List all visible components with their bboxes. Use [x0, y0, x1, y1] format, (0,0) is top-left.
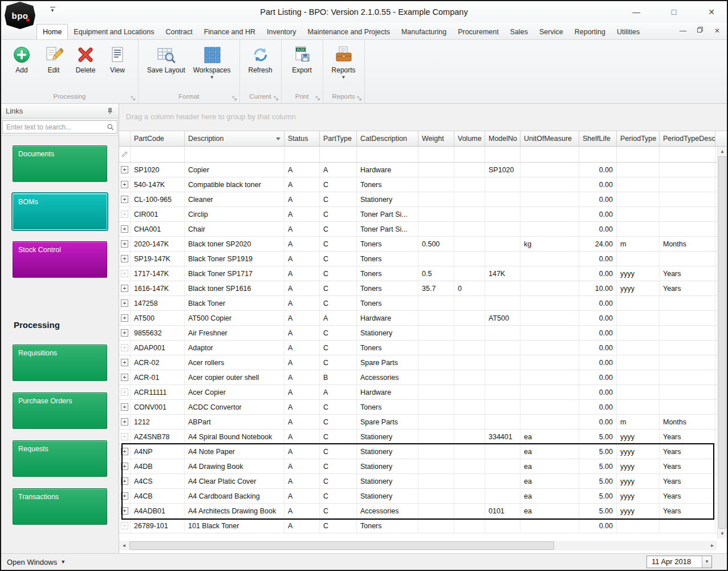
table-row-a4np[interactable]: +A4NPA4 Note PaperACStationeryea5.00yyyy…: [119, 444, 717, 459]
export-button[interactable]: XLSXExport: [286, 42, 318, 92]
column-header-partcode[interactable]: PartCode: [131, 131, 185, 146]
filter-cell-weight[interactable]: [418, 147, 454, 162]
table-row-sp19-147k[interactable]: +SP19-147KBlack Toner SP1919ACToners0.00: [119, 252, 717, 266]
column-header-volume[interactable]: Volume: [454, 131, 485, 146]
view-button[interactable]: View: [101, 42, 133, 92]
table-row-a4cb[interactable]: +A4CBA4 Cardboard BackingACStationeryea5…: [119, 489, 717, 504]
expand-plus-icon[interactable]: +: [121, 463, 128, 470]
expand-plus-icon[interactable]: +: [121, 196, 128, 203]
date-dropdown-icon[interactable]: ▼: [702, 556, 711, 568]
table-row-at500[interactable]: +AT500AT500 CopierAAHardwareAT5000.00: [119, 311, 717, 326]
scroll-left-button[interactable]: ◄: [119, 541, 129, 550]
search-input[interactable]: [6, 123, 107, 131]
dialog-launcher-icon[interactable]: [232, 96, 237, 101]
workspaces-button[interactable]: Workspaces▼: [189, 42, 235, 92]
expand-plus-icon[interactable]: +: [121, 166, 128, 173]
table-row-adap001[interactable]: +ADAP001AdaptorACToners0.00: [119, 341, 717, 355]
tab-procurement[interactable]: Procurement: [452, 25, 505, 39]
column-header-modelno[interactable]: ModelNo: [485, 131, 520, 146]
column-header-unitofmeasure[interactable]: UnitOfMeasure: [520, 131, 579, 146]
expand-plus-icon[interactable]: +: [121, 225, 128, 233]
sidebar-item-requests[interactable]: Requests: [13, 440, 107, 477]
sidebar-item-stock-control[interactable]: Stock Control: [13, 241, 107, 278]
table-row-cl-100-965[interactable]: +CL-100-965CleanerACStationery0.00: [119, 192, 717, 207]
delete-button[interactable]: Delete: [70, 42, 101, 92]
filter-cell-volume[interactable]: [454, 147, 485, 162]
expand-plus-icon[interactable]: +: [121, 418, 128, 426]
expand-plus-icon[interactable]: +: [121, 477, 128, 485]
scroll-right-button[interactable]: ►: [707, 541, 717, 550]
scroll-up-button[interactable]: ▲: [718, 147, 727, 156]
expand-plus-icon[interactable]: +: [121, 240, 128, 248]
table-row-acr-01[interactable]: +ACR-01Acer copier outer shellABAccessor…: [119, 370, 717, 385]
column-header-weight[interactable]: Weight: [418, 131, 454, 146]
tab-manufacturing[interactable]: Manufacturing: [396, 25, 452, 39]
sidebar-item-purchase-orders[interactable]: Purchase Orders: [13, 392, 107, 429]
date-picker[interactable]: 11 Apr 2018 ▼: [646, 556, 712, 568]
table-row-a4db[interactable]: +A4DBA4 Drawing BookACStationeryea5.00yy…: [119, 459, 717, 474]
filter-cell-status[interactable]: [284, 147, 320, 162]
expand-plus-icon[interactable]: +: [121, 285, 128, 292]
table-row-26789-101[interactable]: +26789-101101 Black TonerACToners0.00: [119, 519, 717, 533]
tab-home[interactable]: Home: [36, 24, 68, 39]
tab-contract[interactable]: Contract: [160, 25, 198, 39]
table-row-9855632[interactable]: +9855632Air FreshnerACStationery0.00: [119, 326, 717, 341]
expand-plus-icon[interactable]: +: [121, 314, 128, 322]
mdi-close-button[interactable]: ✕: [713, 27, 721, 35]
table-row-acr11111[interactable]: +ACR11111Acer CopierAAHardware0.00: [119, 385, 717, 400]
tab-sales[interactable]: Sales: [505, 25, 534, 39]
table-row-cir001[interactable]: +CIR001CirclipACToner Part Si...0.00: [119, 207, 717, 222]
vertical-scroll-thumb[interactable]: [718, 156, 726, 529]
expand-plus-icon[interactable]: +: [121, 255, 128, 262]
open-windows-button[interactable]: Open Windows ▼: [7, 558, 66, 566]
table-row-540-147k[interactable]: +540-147KCompatible black tonerACToners0…: [119, 177, 717, 192]
expand-plus-icon[interactable]: +: [121, 270, 128, 277]
column-header-catdescription[interactable]: CatDescription: [357, 131, 418, 146]
table-row-1212[interactable]: +1212ABPartACSpare Parts0.00mMonths: [119, 415, 717, 430]
tab-maintenance-and-projects[interactable]: Maintenance and Projects: [302, 25, 396, 39]
expand-plus-icon[interactable]: +: [121, 433, 128, 440]
filter-cell-catdescription[interactable]: [357, 147, 418, 162]
scroll-down-button[interactable]: ▼: [718, 529, 727, 538]
refresh-button[interactable]: Refresh: [245, 42, 276, 92]
expand-plus-icon[interactable]: +: [121, 522, 128, 529]
tab-reporting[interactable]: Reporting: [569, 25, 611, 39]
table-row-cha001[interactable]: +CHA001ChairACToner Part Si...0.00: [119, 222, 717, 237]
column-header-description[interactable]: Description: [185, 131, 284, 146]
filter-cell-periodtypedesc[interactable]: [660, 147, 715, 162]
table-row-conv001[interactable]: +CONV001ACDC ConvertorACToners0.00: [119, 400, 717, 415]
minimize-button[interactable]: —: [629, 7, 644, 17]
filter-cell-parttype[interactable]: [320, 147, 357, 162]
tab-utilities[interactable]: Utilities: [611, 25, 645, 39]
expand-plus-icon[interactable]: +: [121, 403, 128, 411]
horizontal-scrollbar[interactable]: ◄ ►: [119, 541, 717, 550]
dialog-launcher-icon[interactable]: [315, 96, 320, 101]
filter-cell-periodtype[interactable]: [617, 147, 660, 162]
mdi-minimize-button[interactable]: —: [679, 27, 687, 35]
expand-plus-icon[interactable]: +: [121, 388, 128, 396]
edit-button[interactable]: Edit: [38, 42, 70, 92]
expand-plus-icon[interactable]: +: [121, 299, 128, 307]
filter-cell-partcode[interactable]: [131, 147, 185, 162]
expand-plus-icon[interactable]: +: [121, 181, 128, 188]
table-row-1616-147k[interactable]: +1616-147KBlack toner SP1616ACToners35.7…: [119, 281, 717, 296]
dialog-launcher-icon[interactable]: [357, 96, 362, 101]
tab-finance-and-hr[interactable]: Finance and HR: [198, 25, 261, 39]
search-icon[interactable]: [107, 123, 115, 131]
vertical-scrollbar[interactable]: ▲ ▼: [717, 147, 727, 538]
table-row-az4snb78[interactable]: +AZ4SNB78A4 Spiral Bound NotebookACStati…: [119, 430, 717, 444]
table-row-2020-147k[interactable]: +2020-147KBlack toner SP2020ACToners0.50…: [119, 237, 717, 252]
group-by-panel[interactable]: Drag a column header here to group by th…: [119, 104, 727, 131]
expand-plus-icon[interactable]: +: [121, 374, 128, 381]
expand-plus-icon[interactable]: +: [121, 507, 128, 515]
table-row-sp1020[interactable]: +SP1020CopierAAHardwareSP10200.00: [119, 163, 717, 177]
column-header-periodtypedesc[interactable]: PeriodTypeDesc: [660, 131, 715, 146]
date-value[interactable]: 11 Apr 2018: [647, 556, 702, 568]
dialog-launcher-icon[interactable]: [274, 96, 279, 101]
column-header-periodtype[interactable]: PeriodType: [617, 131, 660, 146]
column-header-parttype[interactable]: PartType: [320, 131, 357, 146]
filter-cell-shelflife[interactable]: [579, 147, 617, 162]
table-row-acr-02[interactable]: +ACR-02Acer rollersACSpare Parts0.00: [119, 355, 717, 370]
sidebar-item-boms[interactable]: BOMs: [13, 193, 107, 230]
expand-plus-icon[interactable]: +: [121, 344, 128, 351]
